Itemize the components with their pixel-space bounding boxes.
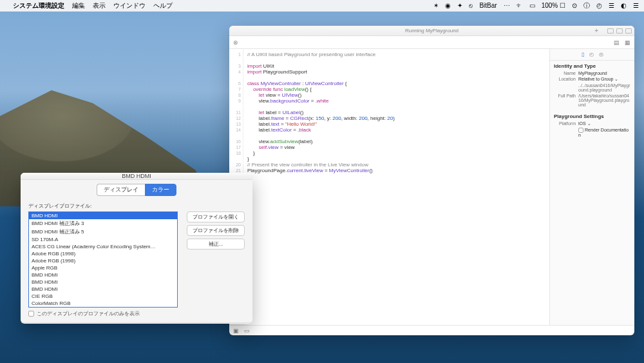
status-icon[interactable]: ✶	[433, 2, 439, 9]
notification-icon[interactable]: ☰	[633, 2, 639, 9]
help-inspector-icon[interactable]: ◎	[599, 52, 603, 57]
panel-toggle-bottom[interactable]	[616, 28, 623, 34]
panel-toggle-left[interactable]	[607, 28, 614, 34]
tab-display[interactable]: ディスプレイ	[97, 184, 145, 196]
profile-item[interactable]: BMD HDMI	[29, 279, 177, 286]
add-tab-button[interactable]: +	[594, 27, 598, 34]
list-view-icon[interactable]: ▤	[614, 39, 620, 46]
file-inspector-icon[interactable]: ▯	[582, 52, 584, 57]
show-only-this-display-checkbox[interactable]	[28, 311, 34, 317]
debug-toggle-icon[interactable]: ▣	[233, 328, 239, 334]
code-editor[interactable]: // A UIKit based Playground for presenti…	[243, 49, 549, 325]
profile-item[interactable]: Apple RGB	[29, 264, 177, 271]
siri-icon[interactable]: ◐	[621, 2, 627, 9]
menu-edit[interactable]: 編集	[72, 1, 85, 10]
profile-listbox[interactable]: BMD HDMIBMD HDMI 補正済み 3BMD HDMI 補正済み 5SD…	[28, 211, 178, 308]
xcode-titlebar[interactable]: Running MyPlayground +	[229, 26, 634, 36]
control-icon[interactable]: ⓘ	[583, 1, 590, 10]
battery-status[interactable]: 100% ☐	[542, 2, 565, 9]
pref-tabs: ディスプレイ カラー	[21, 180, 252, 200]
layout-icon[interactable]: ▦	[625, 39, 630, 46]
profile-item[interactable]: SD 170M-A	[29, 236, 177, 243]
close-tab-icon[interactable]: ⊗	[233, 39, 238, 46]
delete-profile-button[interactable]: プロファイルを削除	[187, 225, 245, 236]
menu-bar: システム環境設定 編集 表示 ウインドウ ヘルプ ✶ ◉ ✦ ⎋ BitBar …	[0, 0, 644, 12]
checkbox-label: このディスプレイのプロファイルのみを表示	[37, 310, 140, 317]
location-select[interactable]: Relative to Group	[578, 77, 613, 81]
clock-icon[interactable]: ◴	[596, 2, 602, 9]
status-icon[interactable]: ◉	[445, 2, 451, 9]
wifi-icon[interactable]: ᯤ	[516, 2, 523, 9]
tab-color[interactable]: カラー	[145, 184, 176, 196]
profile-item[interactable]: BMD HDMI	[29, 212, 177, 219]
app-menu[interactable]: システム環境設定	[13, 1, 64, 10]
pref-title: BMD HDMI	[21, 173, 252, 180]
profile-item[interactable]: BMD HDMI	[29, 271, 177, 279]
menu-window[interactable]: ウインドウ	[113, 1, 146, 10]
divider-icon: ⋯	[504, 2, 510, 9]
platform-select[interactable]: iOS	[578, 121, 586, 126]
user-icon[interactable]: ☰	[609, 2, 614, 9]
profile-item[interactable]: ACES CG Linear (Academy Color Encoding S…	[29, 243, 177, 250]
profile-item[interactable]: Adobe RGB (1998)	[29, 257, 177, 264]
history-inspector-icon[interactable]: ◴	[589, 52, 594, 57]
playground-name[interactable]: MyPlayground	[578, 71, 630, 75]
spotlight-icon[interactable]: ⊙	[572, 2, 577, 9]
profile-item[interactable]: BMD HDMI 補正済み 5	[29, 228, 177, 236]
profile-item[interactable]: Adobe RGB (1998)	[29, 250, 177, 257]
display-preferences-window: BMD HDMI ディスプレイ カラー ディスプレイプロファイル: BMD HD…	[21, 173, 252, 324]
panel-toggle-right[interactable]	[625, 28, 632, 34]
profile-item[interactable]: BMD HDMI	[29, 286, 177, 293]
xcode-title: Running MyPlayground	[405, 28, 459, 34]
menu-view[interactable]: 表示	[93, 1, 106, 10]
status-icon[interactable]: ✦	[457, 2, 462, 9]
profile-item[interactable]: CIE RGB	[29, 293, 177, 300]
render-doc-checkbox[interactable]	[578, 128, 583, 133]
xcode-window: Running MyPlayground + ⊗ ▤ ▦ 1 34 6789 1…	[229, 26, 634, 335]
bitbar-menu[interactable]: BitBar	[479, 2, 497, 9]
profile-list-label: ディスプレイプロファイル:	[28, 202, 178, 210]
status-icon[interactable]: ⎋	[469, 2, 473, 9]
inspector-section-title: Identity and Type	[554, 63, 630, 69]
profile-item[interactable]: BMD HDMI 補正済み 3	[29, 219, 177, 228]
inspector-section-title: Playground Settings	[554, 113, 630, 119]
calibrate-button[interactable]: 補正...	[187, 239, 245, 250]
menu-help[interactable]: ヘルプ	[153, 1, 173, 10]
xcode-inspector: ▯ ◴ ◎ Identity and Type NameMyPlayground…	[549, 49, 634, 325]
profile-item[interactable]: ColorMatch RGB	[29, 300, 177, 307]
full-path: /Users/takahiro/sussan0416/MyPlayground.…	[578, 93, 630, 107]
xcode-debug-bar: ▣ ▭	[229, 325, 634, 335]
open-profile-button[interactable]: プロファイルを開く	[187, 211, 245, 222]
location-path: ../../sussan0416/MyPlayground.playground	[578, 83, 630, 92]
debug-console-icon[interactable]: ▭	[244, 328, 250, 334]
xcode-tabbar: ⊗ ▤ ▦	[229, 36, 634, 49]
display-icon[interactable]: ▭	[529, 2, 535, 9]
